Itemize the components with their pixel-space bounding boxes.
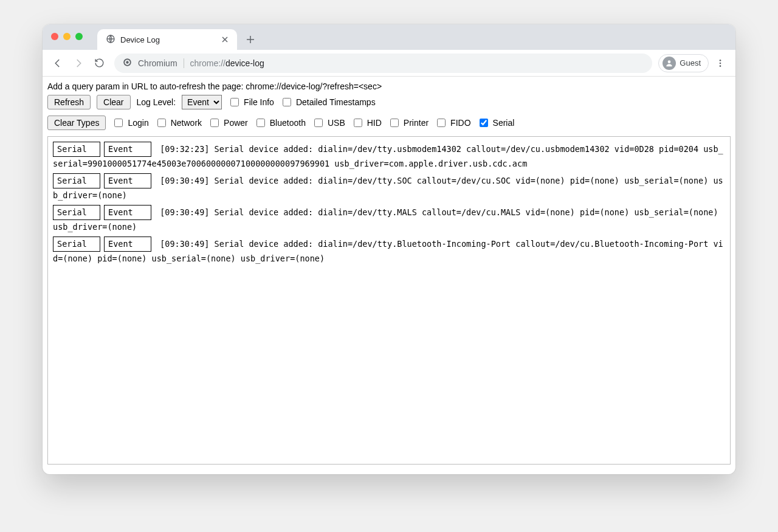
log-level-label: Log Level: [137, 97, 176, 107]
svg-point-4 [668, 60, 671, 63]
type-filter-hid[interactable]: HID [351, 117, 382, 129]
omni-host: Chromium [138, 58, 184, 68]
log-type-tag: Serial [53, 237, 100, 252]
tab-strip: Device Log [43, 24, 735, 50]
type-filter-fido[interactable]: FIDO [435, 117, 470, 129]
svg-point-7 [720, 65, 721, 67]
detailed-timestamps-checkbox[interactable]: Detailed Timestamps [280, 96, 376, 108]
minimize-window-button[interactable] [63, 33, 71, 40]
profile-chip[interactable]: Guest [658, 54, 709, 72]
forward-button[interactable] [69, 54, 88, 72]
type-filter-printer-input[interactable] [390, 119, 399, 127]
log-message: [09:32:23] Serial device added: dialin=/… [53, 144, 723, 168]
log-message: [09:30:49] Serial device added: dialin=/… [53, 176, 723, 200]
type-filter-power[interactable]: Power [208, 117, 248, 129]
reload-button[interactable] [90, 54, 108, 72]
svg-point-3 [126, 61, 128, 63]
log-message: [09:30:49] Serial device added: dialin=/… [53, 207, 718, 232]
site-info-icon[interactable] [123, 58, 132, 69]
helper-text: Add a query param in URL to auto-refresh… [47, 81, 731, 91]
log-entry: SerialEvent [09:30:49] Serial device add… [53, 237, 725, 266]
type-filter-hid-input[interactable] [354, 119, 362, 127]
type-filter-network[interactable]: Network [155, 117, 202, 129]
close-window-button[interactable] [51, 33, 58, 40]
file-info-checkbox[interactable]: File Info [228, 96, 274, 108]
log-message: [09:30:49] Serial device added: dialin=/… [53, 239, 723, 263]
log-type-tag: Serial [53, 205, 100, 220]
log-entry: SerialEvent [09:32:23] Serial device add… [53, 142, 725, 171]
maximize-window-button[interactable] [75, 33, 83, 40]
primary-controls: Refresh Clear Log Level: Event File Info… [47, 95, 731, 109]
globe-icon [106, 34, 115, 46]
page-content: Add a query param in URL to auto-refresh… [43, 77, 735, 474]
log-level-tag: Event [104, 237, 151, 252]
type-filter-printer[interactable]: Printer [388, 117, 429, 129]
browser-window: Device Log Chromium chrome [43, 24, 735, 474]
toolbar: Chromium chrome://device-log Guest [43, 50, 735, 77]
log-output: SerialEvent [09:32:23] Serial device add… [47, 136, 731, 465]
type-filter-serial[interactable]: Serial [477, 117, 515, 129]
log-type-tag: Serial [53, 142, 100, 157]
profile-label: Guest [680, 58, 701, 67]
detailed-timestamps-input[interactable] [283, 98, 291, 106]
type-filter-row: Clear Types LoginNetworkPowerBluetoothUS… [47, 116, 731, 130]
tab-device-log[interactable]: Device Log [97, 29, 237, 50]
log-entry: SerialEvent [09:30:49] Serial device add… [53, 205, 725, 234]
log-entry: SerialEvent [09:30:49] Serial device add… [53, 173, 725, 202]
type-filter-usb[interactable]: USB [312, 117, 345, 129]
type-filter-network-input[interactable] [157, 119, 166, 127]
log-level-tag: Event [104, 142, 151, 157]
omni-url: chrome://device-log [190, 58, 264, 68]
file-info-input[interactable] [230, 98, 239, 106]
type-filter-serial-input[interactable] [480, 119, 488, 127]
new-tab-button[interactable] [242, 31, 259, 48]
window-controls [51, 33, 83, 40]
type-filter-usb-input[interactable] [314, 119, 323, 127]
svg-point-5 [720, 60, 721, 61]
log-level-tag: Event [104, 173, 151, 188]
type-filter-login[interactable]: Login [112, 117, 148, 129]
back-button[interactable] [49, 54, 67, 72]
log-level-select[interactable]: Event [182, 95, 222, 109]
app-menu-button[interactable] [711, 54, 729, 72]
clear-button[interactable]: Clear [97, 95, 130, 109]
svg-point-6 [720, 62, 721, 64]
tabs-row: Device Log [97, 24, 259, 50]
type-filter-power-input[interactable] [210, 119, 219, 127]
type-filter-login-input[interactable] [114, 119, 123, 127]
tab-title: Device Log [120, 35, 160, 44]
log-type-tag: Serial [53, 173, 100, 188]
refresh-button[interactable]: Refresh [47, 95, 91, 109]
type-filter-fido-input[interactable] [437, 119, 446, 127]
avatar-icon [663, 57, 676, 70]
log-level-tag: Event [104, 205, 151, 220]
close-tab-button[interactable] [220, 35, 230, 44]
type-filter-bluetooth[interactable]: Bluetooth [254, 117, 306, 129]
address-bar[interactable]: Chromium chrome://device-log [114, 54, 652, 73]
type-filter-bluetooth-input[interactable] [256, 119, 265, 127]
clear-types-button[interactable]: Clear Types [47, 116, 106, 130]
